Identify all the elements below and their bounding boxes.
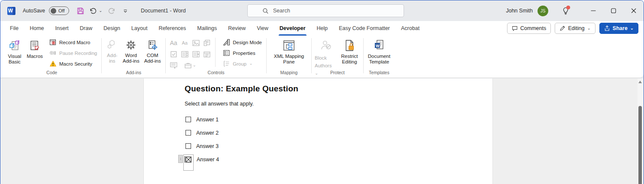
tab-file[interactable]: File: [4, 21, 24, 36]
design-mode-label: Design Mode: [233, 40, 262, 45]
ribbon-group-templates: W Document Template Templates: [366, 37, 392, 78]
block-authors-label: Block Authors: [315, 55, 332, 68]
document-page[interactable]: Question: Example Question Select all an…: [143, 78, 493, 184]
macros-icon: [28, 39, 41, 52]
question-heading: Question: Example Question: [185, 84, 492, 94]
word-addins-button[interactable]: Word Add-ins: [120, 37, 142, 64]
restrict-editing-button[interactable]: Restrict Editing: [338, 37, 361, 65]
ribbon-tab-bar-actions: Comments Editing ⌄ Share ⌄: [507, 23, 638, 34]
xml-mapping-pane-button[interactable]: XML Mapping Pane: [269, 37, 309, 65]
visual-basic-button[interactable]: Visual Basic: [4, 37, 25, 65]
tab-view[interactable]: View: [251, 21, 274, 36]
pencil-icon: [559, 25, 565, 31]
ribbon-group-addins: Add-ins Word Add-ins: [104, 37, 163, 78]
visual-basic-icon: [8, 39, 21, 52]
answer-label: Answer 1: [196, 117, 219, 123]
minimize-button[interactable]: [583, 0, 603, 21]
macro-security-label: Macro Security: [59, 61, 92, 66]
macros-button[interactable]: Macros: [25, 37, 45, 59]
tab-draw[interactable]: Draw: [74, 21, 98, 36]
close-icon: [631, 8, 636, 13]
macro-security-button[interactable]: Macro Security: [47, 58, 99, 69]
maximize-icon: [611, 8, 616, 13]
checkbox-content-control[interactable]: ⁞: [185, 157, 191, 162]
document-title: Document1 - Word: [141, 8, 186, 14]
document-template-icon: W: [373, 39, 386, 52]
tab-layout[interactable]: Layout: [126, 21, 153, 36]
tab-easy-code-formatter[interactable]: Easy Code Formatter: [333, 21, 395, 36]
share-icon: [604, 25, 610, 31]
save-icon: [77, 7, 84, 15]
ribbon-tab-bar: File Home Insert Draw Design Layout Refe…: [0, 21, 644, 36]
ribbon-group-protect: Block Authors ⌄ Restrict Editing Protect: [314, 37, 361, 78]
controls-inner-divider: [215, 38, 216, 67]
xml-mapping-pane-label: XML Mapping Pane: [269, 54, 309, 65]
answer-row: Answer 3: [185, 139, 492, 153]
close-button[interactable]: [623, 0, 644, 21]
comments-button[interactable]: Comments: [507, 23, 551, 34]
scrollbar-up-arrow-icon[interactable]: [638, 81, 642, 83]
comment-icon: [512, 25, 518, 31]
tab-insert[interactable]: Insert: [50, 21, 74, 36]
group-divider: [101, 38, 102, 73]
word-logo-icon: W: [7, 7, 15, 15]
tab-home[interactable]: Home: [24, 21, 49, 36]
redo-button: [106, 5, 117, 16]
whats-new-button[interactable]: [556, 0, 575, 21]
macros-label: Macros: [27, 54, 43, 59]
checkbox-checked-icon[interactable]: [185, 157, 191, 163]
controls-small-buttons: Design Mode Properties: [221, 37, 264, 69]
com-addins-button[interactable]: COM Add-ins: [142, 37, 163, 64]
search-bar[interactable]: [247, 4, 404, 17]
properties-icon: [223, 49, 230, 57]
legacy-tools-chevron-icon: ⌄: [193, 63, 196, 67]
checkbox-unchecked-icon[interactable]: [185, 143, 191, 149]
redo-icon: [108, 7, 115, 15]
group-button: Group ⌄: [221, 58, 264, 69]
maximize-button[interactable]: [603, 0, 623, 21]
word-addins-gear-icon: [125, 39, 137, 51]
document-template-button[interactable]: W Document Template: [366, 37, 392, 65]
rich-text-content-control-icon: Aa: [170, 39, 177, 46]
tab-developer[interactable]: Developer: [274, 21, 311, 36]
undo-button[interactable]: [88, 5, 98, 16]
checkbox-content-control-icon: [170, 51, 177, 57]
restrict-editing-icon: [343, 39, 356, 52]
properties-button[interactable]: Properties: [221, 48, 264, 58]
editing-label: Editing: [568, 25, 584, 31]
checkbox-unchecked-icon[interactable]: [185, 130, 191, 136]
user-name[interactable]: John Smith: [506, 8, 533, 14]
design-mode-button[interactable]: Design Mode: [221, 37, 264, 48]
record-macro-icon: [49, 39, 57, 46]
content-control-handle[interactable]: ⁞: [178, 155, 183, 163]
undo-dropdown-chevron-icon[interactable]: ⌄: [99, 8, 103, 13]
vertical-scrollbar[interactable]: [638, 78, 643, 184]
checkbox-unchecked-icon[interactable]: [185, 117, 191, 122]
avatar-initials: JS: [541, 9, 546, 13]
share-button[interactable]: Share ⌄: [599, 23, 638, 34]
date-picker-content-control-icon: [204, 51, 210, 57]
scrollbar-thumb[interactable]: [638, 106, 642, 184]
save-button[interactable]: [75, 5, 85, 16]
tab-help[interactable]: Help: [311, 21, 334, 36]
comments-label: Comments: [520, 25, 546, 31]
editing-mode-button[interactable]: Editing ⌄: [555, 23, 595, 34]
tab-references[interactable]: References: [153, 21, 191, 36]
record-macro-button[interactable]: Record Macro: [47, 37, 99, 48]
tab-design[interactable]: Design: [98, 21, 126, 36]
autosave-toggle[interactable]: Off: [49, 6, 69, 15]
search-icon: [262, 8, 269, 14]
tab-acrobat[interactable]: Acrobat: [395, 21, 425, 36]
answer-row: Answer 1: [185, 113, 492, 126]
user-avatar[interactable]: JS: [538, 6, 548, 16]
word-window: W AutoSave Off ⌄: [0, 0, 644, 184]
addins-button: Add-ins: [104, 37, 120, 64]
design-mode-icon: [223, 39, 230, 46]
search-input[interactable]: [273, 8, 393, 14]
tab-mailings[interactable]: Mailings: [191, 21, 222, 36]
customize-quick-access-button[interactable]: [120, 5, 131, 16]
tab-review[interactable]: Review: [222, 21, 251, 36]
mapping-group-label: Mapping: [269, 70, 309, 75]
autosave-label: AutoSave: [23, 8, 45, 14]
block-authors-icon: [319, 39, 332, 52]
